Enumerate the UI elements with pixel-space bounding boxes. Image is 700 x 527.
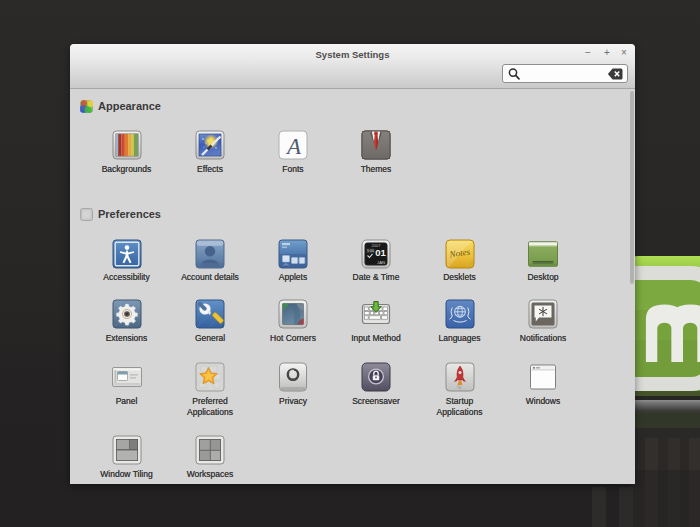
svg-text:5:00: 5:00: [367, 249, 374, 253]
svg-text:JAN: JAN: [377, 259, 385, 264]
svg-text:01: 01: [375, 247, 386, 258]
svg-text:A: A: [285, 134, 302, 159]
